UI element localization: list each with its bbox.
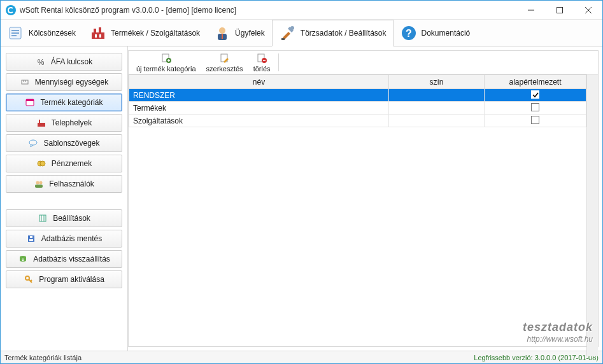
delete-label: törlés (253, 65, 271, 73)
tab-products[interactable]: Termékek / Szolgáltatások (83, 20, 207, 46)
cell-name[interactable]: RENDSZER (129, 89, 389, 102)
new-category-button[interactable]: új termék kategória (131, 51, 201, 74)
cell-color[interactable] (389, 102, 485, 115)
new-icon (160, 52, 172, 64)
sidebar-db-backup[interactable]: Adatbázis mentés (6, 230, 122, 248)
content-panel: új termék kategória szerkesztés törlés n… (128, 50, 599, 347)
products-icon (89, 24, 107, 42)
sidebar-label: Adatbázis mentés (41, 234, 102, 243)
categories-grid[interactable]: név szín alapértelmezett RENDSZERTerméke… (129, 74, 586, 356)
delete-icon (256, 52, 267, 64)
cell-default[interactable] (485, 89, 586, 102)
window-buttons (516, 1, 602, 19)
sidebar-label: Felhasználók (49, 179, 94, 188)
minimize-button[interactable] (516, 1, 545, 19)
main-tab-bar: Kölcsönzések Termékek / Szolgáltatások Ü… (1, 20, 602, 46)
factory-icon (36, 118, 46, 128)
cell-color[interactable] (389, 115, 485, 127)
titlebar: wSoft Rental kölcsönző program v3.0.0.0 … (1, 1, 602, 20)
checkbox-icon[interactable] (531, 116, 539, 124)
grid-filler (129, 127, 586, 356)
svg-text:?: ? (406, 28, 412, 39)
cell-default[interactable] (485, 115, 586, 127)
sidebar-templates[interactable]: Sablonszövegek (6, 134, 122, 152)
tab-masterdata[interactable]: Törzsadatok / Beállítások (272, 20, 394, 46)
svg-rect-10 (99, 27, 101, 32)
restore-icon (18, 254, 28, 264)
close-button[interactable] (574, 1, 602, 19)
col-color[interactable]: szín (389, 75, 485, 89)
tab-masterdata-label: Törzsadatok / Beállítások (301, 29, 387, 38)
svg-rect-33 (35, 185, 43, 188)
window-title: wSoft Rental kölcsönző program v3.0.0.0 … (20, 6, 516, 15)
tab-rentals[interactable]: Kölcsönzések (1, 20, 83, 46)
tab-docs-label: Dokumentáció (422, 29, 471, 38)
edit-label: szerkesztés (206, 65, 243, 73)
body: % ÁFA kulcsok Mennyiségi egységek Termék… (1, 46, 602, 351)
sidebar-label: Beállítások (53, 214, 90, 223)
svg-rect-9 (94, 29, 96, 32)
sidebar-label: Sablonszövegek (43, 139, 99, 148)
sidebar-label: Pénznemek (52, 159, 92, 168)
svg-point-28 (29, 140, 37, 145)
speech-icon (28, 138, 38, 148)
tab-products-label: Termékek / Szolgáltatások (111, 29, 200, 38)
edit-icon (219, 52, 231, 64)
svg-point-13 (219, 27, 225, 34)
sidebar-settings[interactable]: Beállítások (6, 209, 122, 227)
cell-name[interactable]: Szolgáltatások (129, 115, 389, 127)
table-row[interactable]: RENDSZER (129, 89, 586, 102)
masterdata-icon (279, 24, 297, 42)
tab-customers[interactable]: Ügyfelek (207, 20, 272, 46)
percent-icon: % (36, 57, 46, 67)
col-name[interactable]: név (129, 75, 389, 89)
grid-scrollbar[interactable] (586, 74, 598, 356)
money-icon (36, 158, 46, 169)
table-row[interactable]: Szolgáltatások (129, 115, 586, 127)
cell-color[interactable] (389, 89, 485, 102)
checkbox-icon[interactable] (531, 90, 539, 99)
sidebar-activate[interactable]: Program aktiválása (6, 270, 122, 288)
svg-point-17 (290, 26, 294, 30)
save-icon (26, 234, 36, 244)
svg-point-30 (40, 161, 45, 166)
maximize-button[interactable] (545, 1, 574, 19)
grid-wrap: név szín alapértelmezett RENDSZERTerméke… (129, 74, 598, 356)
svg-rect-5 (11, 30, 19, 31)
svg-rect-11 (95, 34, 97, 38)
delete-button[interactable]: törlés (248, 51, 276, 74)
cell-name[interactable]: Termékek (129, 102, 389, 115)
tab-customers-label: Ügyfelek (235, 29, 265, 38)
sidebar-users[interactable]: Felhasználók (6, 175, 122, 193)
col-default[interactable]: alapértelmezett (485, 75, 586, 89)
settings-icon (38, 213, 48, 223)
app-icon (6, 5, 16, 15)
sidebar-label: Adatbázis visszaállítás (33, 255, 110, 263)
sidebar-quantity-units[interactable]: Mennyiségi egységek (6, 73, 122, 91)
sidebar-product-categories[interactable]: Termék kategóriák (6, 94, 122, 111)
sidebar-label: Telephelyek (52, 118, 92, 127)
toolbar-divider (278, 53, 279, 71)
table-row[interactable]: Termékek (129, 102, 586, 115)
tab-docs[interactable]: ? Dokumentáció (394, 20, 478, 46)
sidebar-currencies[interactable]: Pénznemek (6, 155, 122, 172)
sidebar-label: Program aktiválása (39, 275, 104, 284)
svg-rect-38 (29, 239, 33, 241)
rentals-icon (7, 24, 25, 42)
checkbox-icon[interactable] (531, 103, 539, 111)
svg-point-31 (36, 181, 39, 185)
cell-default[interactable] (485, 102, 586, 115)
key-icon (24, 274, 34, 284)
svg-rect-26 (38, 123, 45, 127)
svg-rect-21 (22, 80, 28, 84)
grid-header-row: név szín alapértelmezett (129, 75, 586, 89)
sidebar-sites[interactable]: Telephelyek (6, 114, 122, 132)
tab-rentals-label: Kölcsönzések (29, 29, 76, 38)
edit-button[interactable]: szerkesztés (201, 51, 248, 74)
svg-rect-16 (281, 38, 285, 40)
category-icon (25, 97, 35, 108)
sidebar-vat-keys[interactable]: % ÁFA kulcsok (6, 53, 122, 71)
users-icon (34, 179, 44, 189)
status-left: Termék kategóriák listája (4, 354, 82, 361)
sidebar-db-restore[interactable]: Adatbázis visszaállítás (6, 250, 122, 268)
